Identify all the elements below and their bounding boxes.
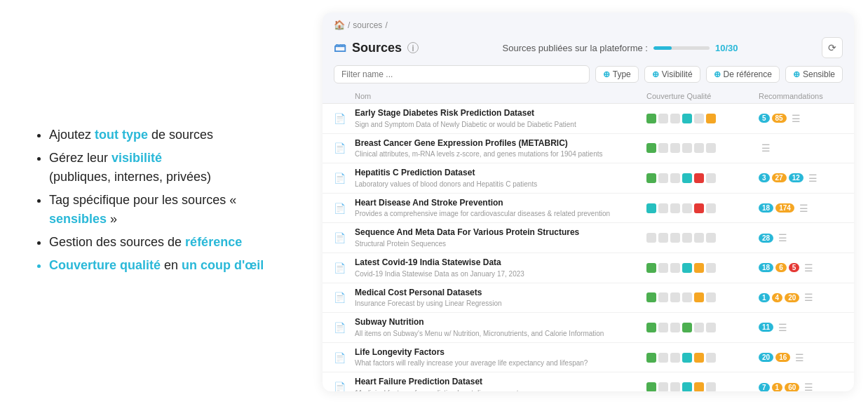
row-menu-icon[interactable]: ☰ — [799, 203, 808, 214]
row-desc: 11 clinical features for predicting hear… — [355, 389, 646, 391]
row-file-icon: 📄 — [334, 203, 346, 214]
quality-dot — [706, 203, 716, 213]
breadcrumb: 🏠 / sources / — [323, 13, 854, 34]
rec-badge: 7 — [759, 383, 770, 391]
row-file-icon: 📄 — [334, 382, 346, 391]
bullet-visibilite: Gérez leur visibilité (publiques, intern… — [49, 149, 287, 187]
row-desc: Structural Protein Sequences — [355, 239, 646, 248]
table-row[interactable]: 📄Medical Cost Personal DatasetsInsurance… — [323, 283, 854, 314]
recommendations: 7160☰ — [759, 382, 843, 391]
rec-badge: 27 — [772, 173, 787, 182]
type-filter-button[interactable]: ⊕ Type — [595, 66, 639, 83]
rec-badge: 5 — [759, 114, 770, 123]
filter-input[interactable] — [334, 65, 590, 83]
home-icon: 🏠 — [334, 20, 345, 30]
recommendations: 1865☰ — [759, 262, 843, 274]
quality-dot — [670, 173, 680, 183]
table-row[interactable]: 📄Subway NutritionAll items on Subway's M… — [323, 313, 854, 343]
row-menu-icon[interactable]: ☰ — [795, 352, 804, 363]
row-name: Life Longevity Factors — [355, 347, 646, 358]
reference-filter-button[interactable]: ⊕ De référence — [706, 66, 780, 83]
row-name: Latest Covid-19 India Statewise Data — [355, 257, 646, 269]
quality-dot — [706, 143, 716, 153]
rec-badge: 60 — [785, 383, 799, 391]
quality-dot — [682, 353, 692, 363]
table-row[interactable]: 📄Early Stage Diabetes Risk Prediction Da… — [323, 104, 854, 134]
quality-dot — [658, 263, 668, 273]
quality-dot — [670, 203, 680, 213]
recommendations: 2016☰ — [759, 352, 843, 363]
quality-dot — [658, 173, 668, 183]
row-name: Heart Failure Prediction Dataset — [355, 377, 646, 388]
highlight-couverture: Couverture qualité — [49, 258, 161, 272]
left-panel: Ajoutez tout type de sources Gérez leur … — [0, 97, 323, 307]
rec-badge: 3 — [759, 173, 770, 182]
row-file-icon: 📄 — [334, 232, 346, 243]
quality-dots — [646, 292, 759, 302]
table-row[interactable]: 📄Breast Cancer Gene Expression Profiles … — [323, 134, 854, 164]
quality-dot — [670, 292, 680, 302]
rec-badge: 85 — [772, 114, 787, 123]
quality-dot — [706, 353, 716, 363]
quality-dot — [670, 323, 680, 332]
quality-dot — [658, 382, 668, 391]
row-menu-icon[interactable]: ☰ — [804, 262, 813, 274]
quality-dot — [646, 203, 656, 213]
recommendations: 18174☰ — [759, 203, 843, 214]
quality-dot — [682, 114, 692, 123]
bullet-reference: Gestion des sources de référence — [49, 233, 287, 252]
table-row[interactable]: 📄Hepatitis C Prediction DatasetLaborator… — [323, 163, 854, 194]
quality-dot — [706, 382, 716, 391]
rec-badge: 12 — [789, 173, 803, 182]
visibility-filter-button[interactable]: ⊕ Visibilité — [644, 66, 700, 83]
breadcrumb-sources: sources — [353, 20, 382, 30]
quality-dot — [694, 203, 704, 213]
table-row[interactable]: 📄Heart Failure Prediction Dataset11 clin… — [323, 372, 854, 391]
row-name: Early Stage Diabetes Risk Prediction Dat… — [355, 108, 646, 119]
row-menu-icon[interactable]: ☰ — [804, 382, 813, 391]
row-menu-icon[interactable]: ☰ — [761, 142, 771, 154]
sensible-filter-button[interactable]: ⊕ Sensible — [785, 66, 843, 83]
recommendations: ☰ — [759, 142, 843, 154]
refresh-button[interactable]: ⟳ — [822, 37, 843, 58]
quality-dots — [646, 382, 759, 391]
quality-dot — [682, 233, 692, 243]
sources-panel: 🏠 / sources / 🗃 Sources i Sources publié… — [323, 13, 854, 391]
rec-badge: 174 — [775, 203, 794, 213]
quality-dot — [646, 263, 656, 273]
row-menu-icon[interactable]: ☰ — [808, 173, 818, 184]
row-menu-icon[interactable]: ☰ — [778, 322, 787, 333]
breadcrumb-separator2: / — [385, 20, 387, 30]
row-desc: Insurance Forecast by using Linear Regre… — [355, 299, 646, 308]
row-file-icon: 📄 — [334, 142, 346, 154]
sources-title: 🗃 Sources i — [334, 41, 419, 55]
row-name: Breast Cancer Gene Expression Profiles (… — [355, 138, 646, 149]
rec-badge: 4 — [772, 293, 783, 302]
recommendations: 32712☰ — [759, 173, 843, 184]
row-desc: Sign and Symptom Data of Newly Diabetic … — [355, 120, 646, 129]
table-row[interactable]: 📄Life Longevity FactorsWhat factors will… — [323, 343, 854, 373]
quality-dot — [646, 292, 656, 302]
quality-dot — [694, 323, 704, 332]
quality-dot — [670, 353, 680, 363]
row-file-icon: 📄 — [334, 322, 346, 333]
row-name: Subway Nutrition — [355, 317, 646, 328]
rec-badge: 11 — [759, 323, 773, 332]
table-row[interactable]: 📄Latest Covid-19 India Statewise DataCov… — [323, 253, 854, 283]
bullet-couverture: Couverture qualité en un coup d'œil — [49, 256, 287, 275]
progress-bar-fill — [653, 46, 672, 50]
quality-dot — [694, 233, 704, 243]
quality-dot — [682, 263, 692, 273]
row-name: Hepatitis C Prediction Dataset — [355, 168, 646, 179]
table-row[interactable]: 📄Heart Disease And Stroke PreventionProv… — [323, 194, 854, 224]
col-nom: Nom — [355, 92, 646, 100]
row-menu-icon[interactable]: ☰ — [804, 292, 813, 303]
quality-dot — [658, 233, 668, 243]
quality-dot — [646, 382, 656, 391]
row-menu-icon[interactable]: ☰ — [778, 232, 787, 243]
table-row[interactable]: 📄Sequence And Meta Data For Various Prot… — [323, 223, 854, 253]
recommendations: 28☰ — [759, 232, 843, 243]
quality-dot — [670, 233, 680, 243]
published-label: Sources publiées sur la plateforme : — [503, 43, 648, 53]
row-menu-icon[interactable]: ☰ — [792, 113, 801, 124]
